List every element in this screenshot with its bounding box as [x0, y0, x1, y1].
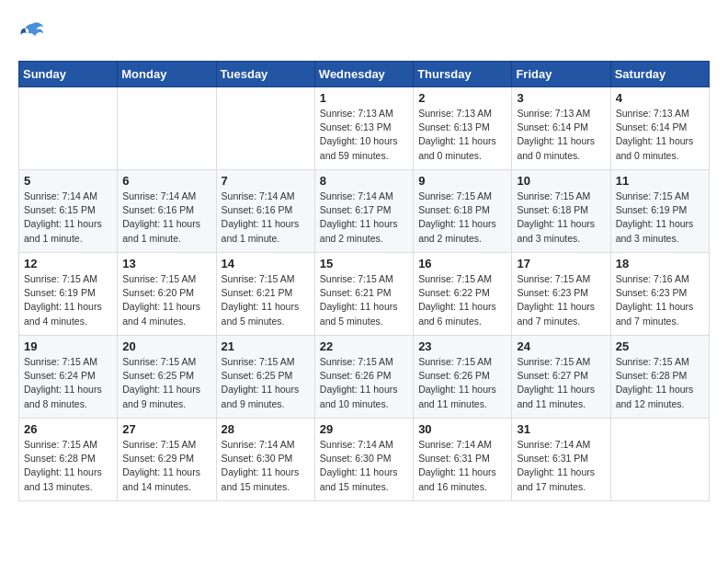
day-number: 2 [418, 91, 506, 105]
day-number: 24 [517, 339, 605, 353]
day-info: Sunrise: 7:15 AM Sunset: 6:19 PM Dayligh… [24, 272, 112, 328]
calendar-cell [216, 87, 314, 170]
day-info: Sunrise: 7:15 AM Sunset: 6:19 PM Dayligh… [616, 190, 704, 246]
calendar-cell: 7Sunrise: 7:14 AM Sunset: 6:16 PM Daylig… [216, 170, 314, 253]
day-number: 7 [222, 174, 310, 188]
day-info: Sunrise: 7:15 AM Sunset: 6:29 PM Dayligh… [122, 438, 210, 494]
day-number: 6 [122, 174, 210, 188]
day-info: Sunrise: 7:15 AM Sunset: 6:26 PM Dayligh… [320, 355, 408, 411]
calendar-cell: 4Sunrise: 7:13 AM Sunset: 6:14 PM Daylig… [610, 87, 709, 170]
day-header-sunday: Sunday [19, 62, 118, 87]
day-number: 1 [320, 91, 408, 105]
day-info: Sunrise: 7:15 AM Sunset: 6:24 PM Dayligh… [24, 355, 112, 411]
day-info: Sunrise: 7:15 AM Sunset: 6:27 PM Dayligh… [517, 355, 605, 411]
calendar-cell: 20Sunrise: 7:15 AM Sunset: 6:25 PM Dayli… [118, 336, 216, 419]
calendar-cell: 21Sunrise: 7:15 AM Sunset: 6:25 PM Dayli… [216, 336, 314, 419]
day-number: 28 [222, 422, 310, 436]
day-info: Sunrise: 7:15 AM Sunset: 6:22 PM Dayligh… [418, 272, 506, 328]
day-header-friday: Friday [512, 62, 610, 87]
calendar-cell: 24Sunrise: 7:15 AM Sunset: 6:27 PM Dayli… [512, 336, 610, 419]
day-number: 8 [320, 174, 408, 188]
calendar-cell: 23Sunrise: 7:15 AM Sunset: 6:26 PM Dayli… [414, 336, 512, 419]
calendar-week-0: 1Sunrise: 7:13 AM Sunset: 6:13 PM Daylig… [19, 87, 710, 170]
calendar-week-4: 26Sunrise: 7:15 AM Sunset: 6:28 PM Dayli… [19, 419, 710, 501]
page-container: SundayMondayTuesdayWednesdayThursdayFrid… [18, 18, 710, 501]
calendar-cell: 8Sunrise: 7:14 AM Sunset: 6:17 PM Daylig… [314, 170, 413, 253]
day-number: 4 [616, 91, 704, 105]
calendar-cell: 2Sunrise: 7:13 AM Sunset: 6:13 PM Daylig… [414, 87, 512, 170]
calendar-cell: 17Sunrise: 7:15 AM Sunset: 6:23 PM Dayli… [512, 253, 610, 336]
calendar-cell: 27Sunrise: 7:15 AM Sunset: 6:29 PM Dayli… [118, 419, 216, 501]
calendar-cell [19, 87, 118, 170]
calendar-header-row: SundayMondayTuesdayWednesdayThursdayFrid… [19, 62, 710, 87]
calendar-cell: 15Sunrise: 7:15 AM Sunset: 6:21 PM Dayli… [314, 253, 413, 336]
day-number: 29 [320, 422, 408, 436]
day-number: 5 [24, 174, 112, 188]
calendar-cell: 10Sunrise: 7:15 AM Sunset: 6:18 PM Dayli… [512, 170, 610, 253]
day-header-monday: Monday [118, 62, 216, 87]
day-number: 19 [24, 339, 112, 353]
day-info: Sunrise: 7:14 AM Sunset: 6:30 PM Dayligh… [222, 438, 310, 494]
calendar-cell: 14Sunrise: 7:15 AM Sunset: 6:21 PM Dayli… [216, 253, 314, 336]
calendar-cell: 16Sunrise: 7:15 AM Sunset: 6:22 PM Dayli… [414, 253, 512, 336]
calendar-cell: 19Sunrise: 7:15 AM Sunset: 6:24 PM Dayli… [19, 336, 118, 419]
day-number: 13 [122, 257, 210, 270]
calendar-cell: 11Sunrise: 7:15 AM Sunset: 6:19 PM Dayli… [610, 170, 709, 253]
calendar-cell: 9Sunrise: 7:15 AM Sunset: 6:18 PM Daylig… [414, 170, 512, 253]
page-header [18, 18, 710, 46]
day-info: Sunrise: 7:13 AM Sunset: 6:13 PM Dayligh… [320, 107, 408, 163]
day-header-saturday: Saturday [610, 62, 709, 87]
day-number: 15 [320, 257, 408, 270]
day-number: 16 [418, 257, 506, 270]
calendar-cell: 29Sunrise: 7:14 AM Sunset: 6:30 PM Dayli… [314, 419, 413, 501]
day-number: 23 [418, 339, 506, 353]
day-info: Sunrise: 7:15 AM Sunset: 6:23 PM Dayligh… [517, 272, 605, 328]
logo [18, 18, 50, 46]
day-info: Sunrise: 7:14 AM Sunset: 6:16 PM Dayligh… [122, 190, 210, 246]
day-info: Sunrise: 7:14 AM Sunset: 6:15 PM Dayligh… [24, 190, 112, 246]
day-info: Sunrise: 7:16 AM Sunset: 6:23 PM Dayligh… [616, 272, 704, 328]
day-number: 3 [517, 91, 605, 105]
day-info: Sunrise: 7:15 AM Sunset: 6:21 PM Dayligh… [320, 272, 408, 328]
day-info: Sunrise: 7:14 AM Sunset: 6:17 PM Dayligh… [320, 190, 408, 246]
calendar-week-3: 19Sunrise: 7:15 AM Sunset: 6:24 PM Dayli… [19, 336, 710, 419]
day-info: Sunrise: 7:13 AM Sunset: 6:13 PM Dayligh… [418, 107, 506, 163]
logo-icon [18, 18, 46, 46]
calendar-cell: 22Sunrise: 7:15 AM Sunset: 6:26 PM Dayli… [314, 336, 413, 419]
calendar-week-1: 5Sunrise: 7:14 AM Sunset: 6:15 PM Daylig… [19, 170, 710, 253]
day-number: 14 [222, 257, 310, 270]
day-info: Sunrise: 7:13 AM Sunset: 6:14 PM Dayligh… [616, 107, 704, 163]
day-info: Sunrise: 7:15 AM Sunset: 6:26 PM Dayligh… [418, 355, 506, 411]
day-number: 20 [122, 339, 210, 353]
day-info: Sunrise: 7:15 AM Sunset: 6:25 PM Dayligh… [122, 355, 210, 411]
calendar-cell: 25Sunrise: 7:15 AM Sunset: 6:28 PM Dayli… [610, 336, 709, 419]
day-info: Sunrise: 7:13 AM Sunset: 6:14 PM Dayligh… [517, 107, 605, 163]
day-info: Sunrise: 7:14 AM Sunset: 6:16 PM Dayligh… [222, 190, 310, 246]
calendar-cell: 28Sunrise: 7:14 AM Sunset: 6:30 PM Dayli… [216, 419, 314, 501]
day-info: Sunrise: 7:15 AM Sunset: 6:21 PM Dayligh… [222, 272, 310, 328]
calendar-cell: 3Sunrise: 7:13 AM Sunset: 6:14 PM Daylig… [512, 87, 610, 170]
day-number: 31 [517, 422, 605, 436]
calendar-cell: 1Sunrise: 7:13 AM Sunset: 6:13 PM Daylig… [314, 87, 413, 170]
day-info: Sunrise: 7:15 AM Sunset: 6:28 PM Dayligh… [24, 438, 112, 494]
day-header-wednesday: Wednesday [314, 62, 413, 87]
calendar-week-2: 12Sunrise: 7:15 AM Sunset: 6:19 PM Dayli… [19, 253, 710, 336]
calendar-cell: 5Sunrise: 7:14 AM Sunset: 6:15 PM Daylig… [19, 170, 118, 253]
calendar-cell [610, 419, 709, 501]
calendar-cell: 6Sunrise: 7:14 AM Sunset: 6:16 PM Daylig… [118, 170, 216, 253]
day-info: Sunrise: 7:14 AM Sunset: 6:31 PM Dayligh… [517, 438, 605, 494]
day-number: 17 [517, 257, 605, 270]
calendar-cell: 26Sunrise: 7:15 AM Sunset: 6:28 PM Dayli… [19, 419, 118, 501]
calendar-cell: 13Sunrise: 7:15 AM Sunset: 6:20 PM Dayli… [118, 253, 216, 336]
day-number: 9 [418, 174, 506, 188]
day-number: 30 [418, 422, 506, 436]
calendar-cell: 30Sunrise: 7:14 AM Sunset: 6:31 PM Dayli… [414, 419, 512, 501]
day-header-tuesday: Tuesday [216, 62, 314, 87]
day-number: 10 [517, 174, 605, 188]
day-number: 25 [616, 339, 704, 353]
day-number: 11 [616, 174, 704, 188]
day-info: Sunrise: 7:15 AM Sunset: 6:28 PM Dayligh… [616, 355, 704, 411]
day-number: 18 [616, 257, 704, 270]
day-info: Sunrise: 7:15 AM Sunset: 6:18 PM Dayligh… [517, 190, 605, 246]
day-number: 26 [24, 422, 112, 436]
